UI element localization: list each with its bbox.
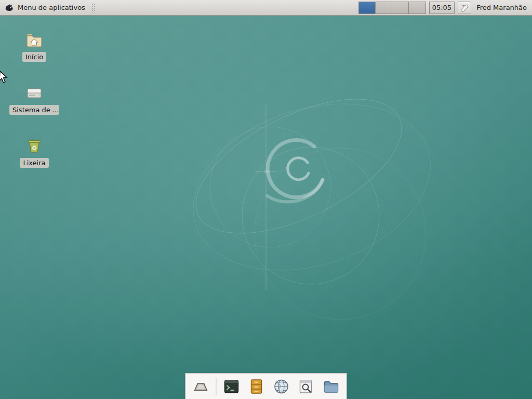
applications-menu-button[interactable]: Menu de aplicativos <box>0 0 89 15</box>
wallpaper-artwork <box>0 16 532 399</box>
web-browser-launcher-button[interactable] <box>271 376 292 397</box>
desktop-icon-filesystem[interactable]: Sistema de ... <box>8 82 60 135</box>
top-panel: Menu de aplicativos 05:05 Fred Maranhão <box>0 0 532 16</box>
mouse-device-icon <box>460 4 469 12</box>
svg-text:♻: ♻ <box>32 144 37 152</box>
desktop-icon-label: Sistema de ... <box>9 105 59 115</box>
application-finder-launcher-button[interactable] <box>296 376 317 397</box>
desktop-screen: Menu de aplicativos 05:05 Fred Maranhão <box>0 0 532 399</box>
mouse-applet-button[interactable] <box>458 2 471 14</box>
clock[interactable]: 05:05 <box>429 2 455 14</box>
panel-left: Menu de aplicativos <box>0 0 95 15</box>
web-browser-globe-icon <box>273 378 290 395</box>
application-finder-icon <box>298 378 315 395</box>
workspace-1[interactable] <box>359 2 376 14</box>
file-cabinet-launcher-button[interactable] <box>246 376 268 397</box>
desktop-icon-label: Início <box>22 52 46 62</box>
terminal-launcher-button[interactable] <box>221 376 243 397</box>
file-cabinet-icon <box>248 378 265 395</box>
launcher-dock <box>185 373 347 399</box>
xfce-mouse-logo-icon <box>4 3 15 13</box>
desktop-icon-home[interactable]: Início <box>8 29 60 82</box>
workspace-2[interactable] <box>376 2 392 14</box>
trash-bin-icon: ♻ <box>25 137 43 155</box>
user-menu[interactable]: Fred Maranhão <box>474 4 529 11</box>
terminal-icon <box>223 378 241 395</box>
desktop-icon-label: Lixeira <box>20 158 48 168</box>
dock-separator <box>216 378 217 395</box>
panel-grip-handle[interactable] <box>91 3 95 12</box>
home-folder-icon <box>25 31 43 49</box>
desktop-wallpaper: Início Sistema de ... ♻ Lixeira <box>0 16 532 399</box>
show-desktop-button[interactable] <box>190 376 212 397</box>
desktop-icon-trash[interactable]: ♻ Lixeira <box>8 135 60 188</box>
folder-icon <box>323 378 340 395</box>
workspace-switcher <box>358 2 426 14</box>
workspace-4[interactable] <box>409 2 425 14</box>
desktop-icons: Início Sistema de ... ♻ Lixeira <box>8 29 60 188</box>
panel-right: 05:05 Fred Maranhão <box>358 0 532 15</box>
workspace-3[interactable] <box>392 2 409 14</box>
filesystem-drive-icon <box>25 84 43 102</box>
applications-menu-label: Menu de aplicativos <box>18 4 85 11</box>
file-manager-launcher-button[interactable] <box>321 376 342 397</box>
show-desktop-icon <box>192 378 210 395</box>
